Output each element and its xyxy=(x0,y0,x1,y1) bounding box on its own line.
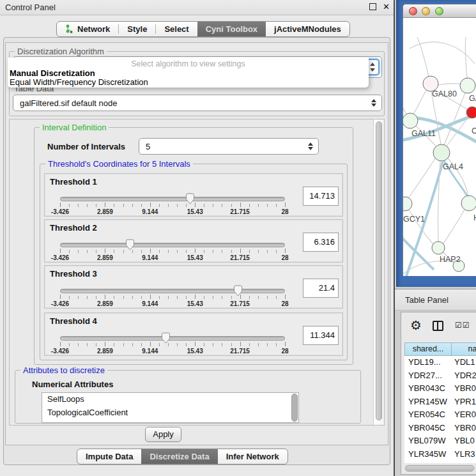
tab-jactivemnodules[interactable]: jActiveMNodules xyxy=(266,22,349,36)
list-item[interactable]: TopologicalCoefficient xyxy=(42,406,298,420)
network-view-frame: GAL80 GA C GAL11 GAL4 GCY1 H HAP2 xyxy=(396,0,476,287)
threshold-2-slider[interactable] xyxy=(60,243,285,247)
threshold-1-value-field[interactable]: 14.713 xyxy=(303,187,339,206)
threshold-coordinates-title: Threshold's Coordinates for 5 Intervals xyxy=(45,159,193,169)
discretization-algorithm-title: Discretization Algorithm xyxy=(15,47,107,56)
table-row[interactable]: YBL079WYBL0 xyxy=(404,434,476,448)
table-data-combobox[interactable]: galFiltered.sif default node xyxy=(13,95,382,111)
columns-icon[interactable] xyxy=(433,321,443,331)
list-item[interactable]: SelfLoops xyxy=(42,393,298,406)
node-label-partial-h: H xyxy=(473,213,476,222)
gear-icon[interactable]: ⚙ xyxy=(410,318,422,333)
slider-tick-labels: -3.4262.8599.14415.4321.71528 xyxy=(60,208,285,216)
combo-spinner-icon xyxy=(307,142,313,150)
minimize-traffic-light-icon[interactable] xyxy=(422,7,430,15)
apply-button[interactable]: Apply xyxy=(145,427,181,442)
slider-tick-labels: -3.4262.8599.14415.4321.71528 xyxy=(60,300,285,308)
tab-discretize-data[interactable]: Discretize Data xyxy=(141,449,217,464)
node-label-gal11: GAL11 xyxy=(411,129,436,138)
table-panel: ⚙ ☑☑ shared... na YDL19...YDL1 YDR27...Y… xyxy=(401,312,476,475)
threshold-1-panel: Threshold 1 -3.4262.8599.14415.4321.7152… xyxy=(44,173,343,217)
tab-impute-data[interactable]: Impute Data xyxy=(77,449,141,464)
numerical-attributes-list[interactable]: SelfLoops TopologicalCoefficient Between… xyxy=(42,392,299,423)
slider-tick-labels: -3.4262.8599.14415.4321.71528 xyxy=(60,348,285,355)
network-graph xyxy=(403,18,476,276)
node-h[interactable] xyxy=(461,196,476,211)
number-of-intervals-label: Number of Intervals xyxy=(47,142,125,151)
node-partial-top-right[interactable] xyxy=(460,78,475,93)
tab-style-label: Style xyxy=(127,24,147,34)
column-header-name[interactable]: na xyxy=(452,342,476,356)
threshold-3-value-field[interactable]: 21.4 xyxy=(303,279,339,298)
threshold-4-value-field[interactable]: 11.344 xyxy=(303,326,339,345)
dropdown-option-equal-width[interactable]: Equal Width/Frequency Discretization xyxy=(10,77,148,87)
zoom-traffic-light-icon[interactable] xyxy=(435,7,443,15)
node-gcy1[interactable] xyxy=(403,197,412,211)
table-row[interactable]: YBR043CYBR0 xyxy=(404,382,476,395)
node-label-partial-c: C xyxy=(472,127,476,135)
table-header: shared... na xyxy=(404,342,476,356)
checkboxes-icon[interactable]: ☑☑ xyxy=(455,321,470,330)
node-label-gal4: GAL4 xyxy=(443,162,463,171)
attributes-group: Attributes to discretize Numerical Attri… xyxy=(15,370,361,424)
threshold-1-slider[interactable] xyxy=(60,197,285,201)
node-gal4[interactable] xyxy=(433,144,450,161)
settings-scrollbar[interactable] xyxy=(373,119,384,425)
threshold-2-label: Threshold 2 xyxy=(50,223,97,233)
number-of-intervals-combobox[interactable]: 5 xyxy=(139,138,319,155)
settings-scrollbar-thumb[interactable] xyxy=(376,121,382,420)
float-window-icon[interactable] xyxy=(369,3,376,10)
control-panel-titlebar: Control Panel ✕ xyxy=(0,0,394,15)
network-canvas[interactable]: GAL80 GA C GAL11 GAL4 GCY1 H HAP2 xyxy=(403,18,476,276)
combo-spinner-icon xyxy=(371,99,376,107)
list-item[interactable]: BetweennessCentrality xyxy=(42,420,298,423)
table-row[interactable]: YPR145WYPR1 xyxy=(404,395,476,409)
algorithm-dropdown-popup: Select algorithm to view settings Manual… xyxy=(8,58,369,88)
node-label-gal80: GAL80 xyxy=(432,89,457,98)
bottom-tab-bar: Impute Data Discretize Data Infer Networ… xyxy=(77,449,288,464)
tab-jactive-label: jActiveMNodules xyxy=(274,24,341,34)
tab-infer-network[interactable]: Infer Network xyxy=(218,449,288,464)
threshold-3-panel: Threshold 3 -3.4262.8599.14415.4321.7152… xyxy=(44,265,343,309)
panel-title: Control Panel xyxy=(5,3,56,12)
node-label-gcy1: GCY1 xyxy=(403,215,425,224)
tab-style[interactable]: Style xyxy=(119,22,155,36)
close-icon[interactable]: ✕ xyxy=(383,3,390,11)
slider-ticks-major xyxy=(60,249,286,253)
table-row[interactable]: YDR27...YDR2 xyxy=(404,369,476,383)
table-horizontal-scrollbar[interactable] xyxy=(404,464,476,472)
tab-cyni-toolbox[interactable]: Cyni Toolbox xyxy=(197,22,266,36)
table-row[interactable]: YIL052CYIL0 xyxy=(404,461,476,463)
table-row[interactable]: YDL19...YDL1 xyxy=(404,356,476,369)
interval-definition-title: Interval Definition xyxy=(40,123,109,132)
slider-tick-labels: -3.4262.8599.14415.4321.71528 xyxy=(60,254,285,262)
slider-ticks-major xyxy=(60,295,286,299)
threshold-2-panel: Threshold 2 -3.4262.8599.14415.4321.7152… xyxy=(44,219,343,263)
network-window-titlebar[interactable] xyxy=(403,4,476,18)
threshold-coordinates-group: Threshold's Coordinates for 5 Intervals … xyxy=(40,164,348,360)
threshold-3-slider[interactable] xyxy=(60,289,285,293)
slider-ticks-major xyxy=(60,203,286,207)
node-red-selected[interactable] xyxy=(466,107,476,118)
table-row[interactable]: YER054CYER0 xyxy=(404,408,476,422)
threshold-4-panel: Threshold 4 -3.4262.8599.14415.4321.7152… xyxy=(44,312,343,356)
node-hap2[interactable] xyxy=(432,242,445,254)
table-data-value: galFiltered.sif default node xyxy=(20,98,117,108)
threshold-2-value-field[interactable]: 6.316 xyxy=(303,233,339,252)
node-table: shared... na YDL19...YDL1 YDR27...YDR2 Y… xyxy=(404,342,476,463)
tab-network[interactable]: Network xyxy=(57,22,118,36)
table-horizontal-scrollbar-thumb[interactable] xyxy=(405,465,474,472)
threshold-4-slider[interactable] xyxy=(60,336,285,341)
slider-ticks-major xyxy=(60,342,286,346)
table-row[interactable]: YBR045CYBR0 xyxy=(404,422,476,435)
close-traffic-light-icon[interactable] xyxy=(409,7,417,15)
tab-select[interactable]: Select xyxy=(156,22,197,36)
node-gal11[interactable] xyxy=(403,113,418,128)
threshold-3-label: Threshold 3 xyxy=(50,269,97,279)
list-scrollbar[interactable] xyxy=(291,394,298,422)
dropdown-option-manual[interactable]: Manual Discretization xyxy=(10,68,95,78)
column-header-shared-name[interactable]: shared... xyxy=(404,342,452,356)
tab-network-label: Network xyxy=(77,24,110,34)
top-tab-bar: Network Style Select Cyni Toolbox jActiv… xyxy=(56,21,350,37)
table-row[interactable]: YLR345WYLR3 xyxy=(404,448,476,461)
